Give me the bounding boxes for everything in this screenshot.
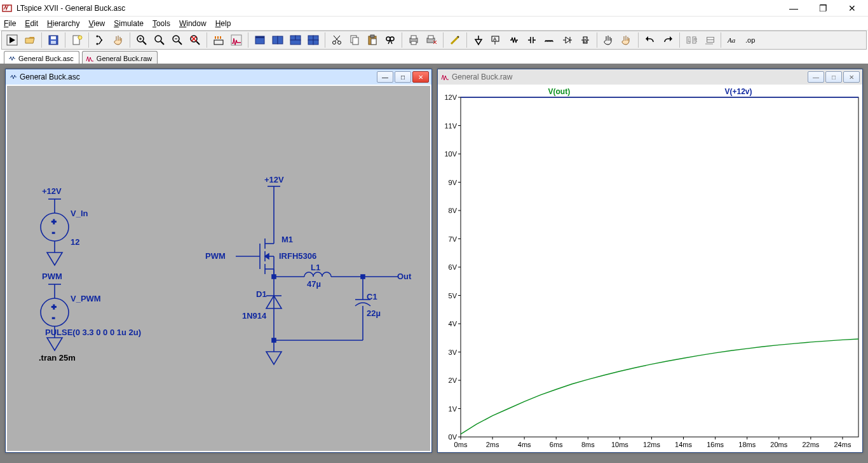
menu-view[interactable]: View: [88, 19, 105, 28]
svg-text:Aa: Aa: [727, 36, 736, 44]
svg-line-38: [335, 36, 340, 41]
svg-text:3V: 3V: [449, 349, 458, 356]
label-pwm-net[interactable]: PWM: [205, 251, 226, 261]
resistor-icon[interactable]: [506, 32, 522, 48]
tile-3-icon[interactable]: [288, 32, 303, 48]
tile-4-icon[interactable]: [306, 32, 321, 48]
label-l1-val[interactable]: 47µ: [307, 279, 321, 289]
label-net-12v-left[interactable]: +12V: [42, 186, 62, 196]
menu-help[interactable]: Help: [215, 19, 231, 28]
svg-text:+: +: [51, 217, 57, 226]
label-net-12v-top[interactable]: +12V: [264, 175, 284, 184]
legend-vout[interactable]: V(out): [548, 87, 570, 96]
label-net-pwm-left[interactable]: PWM: [42, 272, 62, 281]
svg-rect-123: [272, 338, 276, 342]
plot-canvas[interactable]: V(out) V(+12v) 0V1V2V3V4V5V6V7V8V9V10V11…: [439, 86, 861, 451]
schematic-window[interactable]: General Buck.asc — □ ✕ +: [5, 69, 432, 453]
waveform-icon[interactable]: [229, 32, 244, 48]
svg-text:D: D: [583, 38, 587, 44]
svg-text:7V: 7V: [449, 235, 458, 243]
menu-window[interactable]: Window: [179, 19, 207, 28]
text-icon[interactable]: Aa: [725, 32, 740, 48]
diode-icon[interactable]: [560, 32, 575, 48]
paste-icon[interactable]: [365, 32, 380, 48]
zoom-out-icon[interactable]: [170, 32, 185, 48]
child-close-button[interactable]: ✕: [412, 71, 429, 83]
label-v-in[interactable]: V_In: [71, 209, 88, 218]
menu-edit[interactable]: Edit: [25, 19, 38, 28]
find-icon[interactable]: [383, 32, 398, 48]
tile-1-icon[interactable]: [252, 32, 268, 48]
copy-icon[interactable]: [347, 32, 362, 48]
label-icon[interactable]: A: [489, 32, 504, 48]
runner-icon[interactable]: [93, 32, 108, 48]
svg-text:18ms: 18ms: [738, 441, 756, 448]
legend-v12v[interactable]: V(+12v): [724, 87, 752, 96]
svg-text:-: -: [52, 313, 55, 322]
component-icon[interactable]: D: [578, 32, 593, 48]
print-icon[interactable]: [406, 32, 421, 48]
label-c1[interactable]: C1: [367, 292, 377, 301]
label-d1[interactable]: D1: [256, 289, 267, 299]
menu-tools[interactable]: Tools: [153, 19, 170, 28]
run-icon[interactable]: [4, 32, 20, 48]
svg-text:8V: 8V: [449, 207, 458, 214]
save-icon[interactable]: [46, 32, 61, 48]
move-icon[interactable]: [601, 32, 616, 48]
label-tran-directive[interactable]: .tran 25m: [39, 353, 76, 363]
mirror-e-icon[interactable]: EE: [702, 32, 717, 48]
tab-waveform[interactable]: General Buck.raw: [82, 51, 158, 64]
child-maximize-button[interactable]: □: [395, 71, 411, 83]
pan-icon[interactable]: [111, 32, 126, 48]
svg-rect-5: [51, 41, 56, 44]
label-m1[interactable]: M1: [281, 235, 293, 244]
mirror-lr-icon[interactable]: LR: [684, 32, 699, 48]
menu-file[interactable]: File: [4, 19, 16, 28]
close-button[interactable]: ✕: [837, 0, 867, 17]
label-d1-model[interactable]: 1N914: [242, 311, 267, 321]
ground-icon[interactable]: [471, 32, 486, 48]
label-v-in-val[interactable]: 12: [71, 237, 79, 247]
tile-2-icon[interactable]: [270, 32, 285, 48]
inductor-icon[interactable]: [542, 32, 557, 48]
label-out[interactable]: Out: [397, 272, 412, 281]
child-maximize-button[interactable]: □: [825, 71, 842, 83]
menu-simulate[interactable]: Simulate: [114, 19, 144, 28]
svg-rect-44: [371, 39, 376, 45]
open-icon[interactable]: [22, 32, 37, 48]
label-c1-val[interactable]: 22µ: [367, 308, 381, 318]
maximize-button[interactable]: ❐: [808, 0, 837, 17]
label-m1-model[interactable]: IRFH5306: [279, 251, 316, 261]
label-pulse[interactable]: PULSE(0 3.3 0 0 0 1u 2u): [45, 328, 141, 337]
op-icon[interactable]: .op: [743, 32, 758, 48]
waveform-window-titlebar[interactable]: General Buck.raw — □ ✕: [438, 69, 862, 85]
zoom-pan-icon[interactable]: [152, 32, 167, 48]
schematic-file-icon: [7, 54, 16, 63]
minimize-button[interactable]: —: [779, 0, 808, 17]
schematic-window-titlebar[interactable]: General Buck.asc — □ ✕: [6, 69, 431, 85]
child-minimize-button[interactable]: —: [377, 71, 393, 83]
menu-hierarchy[interactable]: Hierarchy: [47, 19, 79, 28]
child-close-button[interactable]: ✕: [843, 71, 860, 83]
label-l1[interactable]: L1: [311, 263, 320, 272]
undo-icon[interactable]: [642, 32, 658, 48]
tab-schematic[interactable]: General Buck.asc: [4, 51, 79, 64]
new-schematic-icon[interactable]: [69, 32, 85, 48]
cut-icon[interactable]: [329, 32, 344, 48]
print-setup-icon[interactable]: [424, 32, 439, 48]
zoom-in-icon[interactable]: [134, 32, 149, 48]
autorange-icon[interactable]: [211, 32, 226, 48]
drag-icon[interactable]: [619, 32, 634, 48]
zoom-full-icon[interactable]: [187, 32, 203, 48]
child-minimize-button[interactable]: —: [808, 71, 824, 83]
schematic-canvas[interactable]: + - +12V V_In 12 +: [7, 86, 430, 451]
draw-wire-icon[interactable]: [447, 32, 463, 48]
svg-point-45: [386, 37, 390, 41]
schematic-window-title: General Buck.asc: [20, 73, 374, 81]
label-v-pwm[interactable]: V_PWM: [71, 294, 101, 303]
svg-rect-30: [295, 36, 301, 40]
waveform-window[interactable]: General Buck.raw — □ ✕ V(out) V(+12v) 0V…: [437, 69, 863, 453]
svg-text:L: L: [688, 37, 691, 43]
capacitor-icon[interactable]: [524, 32, 539, 48]
redo-icon[interactable]: [660, 32, 675, 48]
